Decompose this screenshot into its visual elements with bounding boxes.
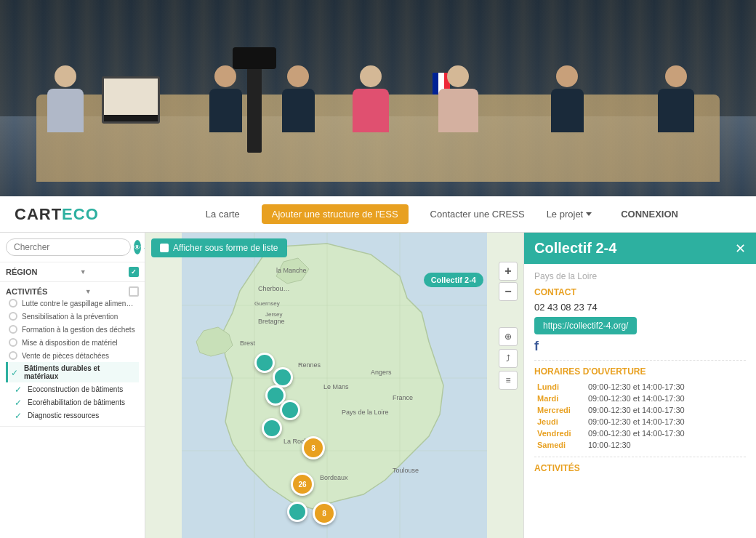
svg-text:Toulouse: Toulouse xyxy=(393,467,419,474)
region-label: RÉGION xyxy=(6,268,37,276)
collectif-pin-label[interactable]: Collectif 2-4 xyxy=(424,273,483,287)
map-pin-teal[interactable] xyxy=(273,367,293,388)
sidebar: 👁 ◀ RÉGION ▼ ✓ ACTIVITÉS ▼ Lutte contre … xyxy=(0,233,145,538)
panel-title: Collectif 2-4 xyxy=(534,240,616,257)
svg-text:Rennes: Rennes xyxy=(298,361,321,369)
list-item[interactable]: Mise à disposition de matériel xyxy=(6,336,139,349)
map-pin-orange-26[interactable]: 26 xyxy=(291,473,314,496)
list-icon xyxy=(160,244,169,252)
list-item[interactable]: Vente de pièces détachées xyxy=(6,349,139,362)
person-2 xyxy=(204,65,247,138)
svg-text:Cherbou…: Cherbou… xyxy=(258,285,290,292)
svg-text:Bretagne: Bretagne xyxy=(258,318,285,325)
panel-website-link[interactable]: https://collectif2-4.org/ xyxy=(534,317,637,334)
video-section xyxy=(0,0,756,196)
radio-pieces[interactable] xyxy=(9,351,17,360)
nav-connexion[interactable]: CONNEXION xyxy=(621,209,678,220)
day-lundi: Lundi xyxy=(534,381,585,393)
hours-row: Mercredi 09:00-12:30 et 14:00-17:30 xyxy=(534,404,746,416)
map-controls: + − xyxy=(499,262,518,301)
map-layers-button[interactable]: ⊕ xyxy=(499,327,518,346)
label-diagnostic: Diagnostic ressources xyxy=(28,411,99,419)
contact-section-title: CONTACT xyxy=(534,287,746,297)
list-item[interactable]: ✓ Bâtiments durables et matériaux xyxy=(6,362,139,382)
right-panel: Collectif 2-4 ✕ Pays de la Loire CONTACT… xyxy=(523,233,756,538)
day-jeudi: Jeudi xyxy=(534,416,585,427)
hours-mercredi: 09:00-12:30 et 14:00-17:30 xyxy=(585,404,746,416)
person-1 xyxy=(44,65,87,138)
logo-cart: CART xyxy=(15,205,62,223)
map-pin-teal[interactable] xyxy=(262,418,282,438)
check-ecoconstruction: ✓ xyxy=(15,385,23,393)
map-filter-button[interactable]: ≡ xyxy=(499,371,518,390)
navbar: CARTECO La carte Ajouter une structure d… xyxy=(0,196,756,233)
nav-contact-cress[interactable]: Contacter une CRESS xyxy=(430,209,525,220)
list-item[interactable]: ✓ Ecoconstruction de bâtiments xyxy=(6,382,139,396)
logo: CARTECO xyxy=(15,205,99,224)
eye-icon[interactable]: 👁 xyxy=(134,240,141,254)
activites-section: ACTIVITÉS ▼ Lutte contre le gaspillage a… xyxy=(0,282,145,427)
check-diagnostic: ✓ xyxy=(15,411,23,419)
list-btn-label: Afficher sous forme de liste xyxy=(173,243,278,253)
nav-projet-arrow xyxy=(586,212,592,216)
map-pin-teal[interactable] xyxy=(280,400,300,420)
region-checkbox[interactable]: ✓ xyxy=(129,267,139,277)
map-pin-orange-8[interactable]: 8 xyxy=(302,436,325,459)
person-3 xyxy=(276,65,320,138)
radio-formation[interactable] xyxy=(9,325,17,334)
hours-row: Vendredi 09:00-12:30 et 14:00-17:30 xyxy=(534,427,746,439)
svg-text:Guernsey: Guernsey xyxy=(254,300,280,307)
label-prevention: Sensibilisation à la prévention xyxy=(22,313,118,321)
day-vendredi: Vendredi xyxy=(534,427,585,439)
list-item[interactable]: Lutte contre le gaspillage alimen… xyxy=(6,297,139,310)
main-content: 👁 ◀ RÉGION ▼ ✓ ACTIVITÉS ▼ Lutte contre … xyxy=(0,233,756,538)
map-pin-teal[interactable] xyxy=(254,353,275,373)
nav-add-structure[interactable]: Ajouter une structure de l'ESS xyxy=(262,204,409,224)
panel-subtitle: Pays de la Loire xyxy=(534,271,746,281)
list-item[interactable]: Formation à la gestion des déchets xyxy=(6,323,139,336)
activites-header[interactable]: ACTIVITÉS ▼ xyxy=(6,286,139,297)
list-view-button[interactable]: Afficher sous forme de liste xyxy=(151,238,287,257)
hours-table: Lundi 09:00-12:30 et 14:00-17:30 Mardi 0… xyxy=(534,381,746,451)
label-ecoconstruction: Ecoconstruction de bâtiments xyxy=(28,385,123,393)
label-batiments: Bâtiments durables et matériaux xyxy=(24,364,136,380)
hours-row: Lundi 09:00-12:30 et 14:00-17:30 xyxy=(534,381,746,393)
search-bar: 👁 ◀ xyxy=(0,233,145,262)
facebook-icon[interactable]: f xyxy=(534,339,539,353)
region-arrow: ▼ xyxy=(80,268,87,276)
hours-jeudi: 09:00-12:30 et 14:00-17:30 xyxy=(585,416,746,427)
radio-materiel[interactable] xyxy=(9,338,17,347)
hours-lundi: 09:00-12:30 et 14:00-17:30 xyxy=(585,381,746,393)
map-pin-teal-small[interactable] xyxy=(287,502,307,522)
radio-gaspillage[interactable] xyxy=(9,299,17,308)
list-item[interactable]: ✓ Diagnostic ressources xyxy=(6,409,139,422)
region-header[interactable]: RÉGION ▼ ✓ xyxy=(6,267,139,277)
person-6 xyxy=(545,65,589,138)
svg-text:Brest: Brest xyxy=(240,340,256,347)
panel-phone: 02 43 08 23 74 xyxy=(534,302,746,313)
nav-carte[interactable]: La carte xyxy=(206,209,240,220)
check-ecorehabiliation: ✓ xyxy=(15,398,23,406)
map-share-button[interactable]: ⤴ xyxy=(499,349,518,368)
svg-text:Bordeaux: Bordeaux xyxy=(320,474,348,481)
hours-section-title: HORAIRES D'OUVERTURE xyxy=(534,366,746,377)
label-pieces: Vente de pièces détachées xyxy=(22,352,109,360)
map-area[interactable]: Afficher sous forme de liste Brest Breta… xyxy=(145,233,523,538)
map-pin-orange-8b[interactable]: 8 xyxy=(313,502,336,525)
map-side-buttons: ⊕ ⤴ ≡ xyxy=(499,327,518,390)
activites-checkbox[interactable] xyxy=(129,286,139,297)
label-materiel: Mise à disposition de matériel xyxy=(22,339,118,347)
list-item[interactable]: Sensibilisation à la prévention xyxy=(6,310,139,323)
zoom-in-button[interactable]: + xyxy=(499,262,518,281)
radio-prevention[interactable] xyxy=(9,312,17,321)
search-input[interactable] xyxy=(6,238,131,256)
hours-row: Jeudi 09:00-12:30 et 14:00-17:30 xyxy=(534,416,746,427)
map-toolbar: Afficher sous forme de liste xyxy=(151,238,287,257)
zoom-out-button[interactable]: − xyxy=(499,282,518,301)
label-formation: Formation à la gestion des déchets xyxy=(22,326,135,334)
list-item[interactable]: ✓ Ecoréhabilitation de bâtiments xyxy=(6,396,139,409)
panel-close-button[interactable]: ✕ xyxy=(735,241,746,257)
nav-projet-dropdown[interactable]: Le projet xyxy=(547,209,592,220)
monitor xyxy=(102,76,160,124)
activites-arrow: ▼ xyxy=(85,288,92,295)
